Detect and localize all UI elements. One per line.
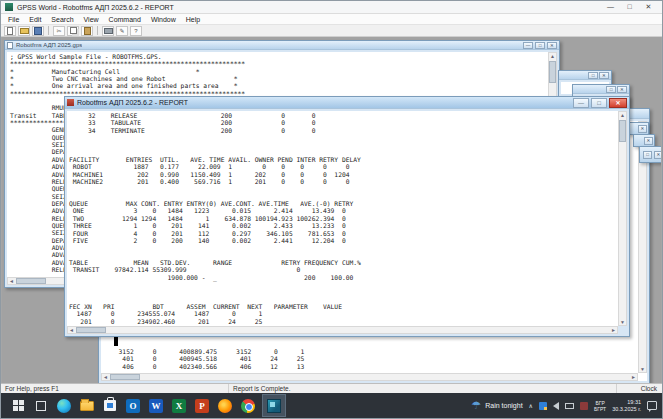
scroll-down-icon[interactable]: ▼ <box>640 366 645 372</box>
menu-window[interactable]: Window <box>146 16 181 23</box>
cascaded-window-corner[interactable]: □✕ <box>639 146 661 163</box>
taskbar: O W X P ☂ Rain tonight ∧ БГР БГРТ 19:31 <box>1 393 662 418</box>
child-maximize-button[interactable]: □ <box>643 151 652 159</box>
tray-volume-icon[interactable] <box>553 402 559 410</box>
gpss-world-taskbar-icon[interactable] <box>263 395 285 416</box>
report-window-titlebar[interactable]: Robotfms АДП 2025.6.2 - REPORT — □ ✕ <box>65 97 629 109</box>
tray-network-icon[interactable] <box>565 403 574 409</box>
status-bar: For Help, press F1 Report is Complete. C… <box>1 383 662 393</box>
gps-window-title: Robotfms АДП 2025.gps <box>16 42 82 48</box>
scroll-up-icon[interactable]: ▲ <box>620 112 625 118</box>
horizontal-scrollbar[interactable]: ◄ ► <box>101 373 638 381</box>
word-icon[interactable]: W <box>148 398 164 414</box>
edit-icon[interactable]: ✎ <box>116 26 128 36</box>
task-view-button[interactable] <box>33 398 49 414</box>
chrome-icon[interactable] <box>240 398 256 414</box>
weather-widget[interactable]: ☂ Rain tonight <box>471 400 522 411</box>
scroll-up-icon[interactable]: ▲ <box>550 53 555 59</box>
menu-command[interactable]: Command <box>104 16 146 23</box>
menu-help[interactable]: Help <box>181 16 205 23</box>
scroll-right-icon[interactable]: ► <box>611 327 616 333</box>
new-file-icon[interactable] <box>4 26 16 36</box>
menu-file[interactable]: File <box>3 16 24 23</box>
toolbar: ✂ ✎ ? <box>1 25 662 37</box>
child-minimize-button[interactable]: — <box>523 42 533 49</box>
child-close-button[interactable]: ✕ <box>644 137 653 145</box>
start-button[interactable] <box>10 398 26 414</box>
child-maximize-button[interactable]: □ <box>591 98 607 108</box>
child-close-button[interactable]: ✕ <box>547 42 557 49</box>
notification-icon[interactable] <box>647 401 657 410</box>
scroll-down-icon[interactable]: ▼ <box>620 319 625 325</box>
report-window-title: Robotfms АДП 2025.6.2 - REPORT <box>77 99 188 106</box>
cut-icon[interactable]: ✂ <box>53 26 65 36</box>
maximize-button[interactable]: □ <box>620 1 639 13</box>
firefox-icon[interactable] <box>217 398 233 414</box>
status-message: Report is Complete. <box>229 384 616 393</box>
scroll-left-icon[interactable]: ◄ <box>9 278 14 284</box>
gpss-world-app-icon <box>5 3 13 11</box>
scrollbar-thumb[interactable] <box>76 327 106 333</box>
background-report-text: 3152 0 400889.475 3152 0 1 401 0 400945.… <box>111 348 304 370</box>
excel-icon[interactable]: X <box>171 398 187 414</box>
child-maximize-button[interactable]: □ <box>606 86 616 93</box>
tray-security-icon[interactable] <box>580 402 588 410</box>
print-icon[interactable] <box>102 26 114 36</box>
help-icon[interactable]: ? <box>130 26 142 36</box>
report-text-area[interactable]: 32 RELEASE 200 0 0 33 TABULATE 200 0 0 3… <box>67 111 618 326</box>
child-close-button[interactable]: ✕ <box>654 151 661 159</box>
main-titlebar[interactable]: GPSS World - Robotfms АДП 2025.6.2 - REP… <box>1 1 662 14</box>
text-cursor <box>114 337 118 346</box>
gps-window-titlebar[interactable]: Robotfms АДП 2025.gps — □ ✕ <box>5 41 559 50</box>
menu-bar: File Edit Search View Command Window Hel… <box>1 14 662 25</box>
scroll-left-icon[interactable]: ◄ <box>69 327 74 333</box>
report-window: Robotfms АДП 2025.6.2 - REPORT — □ ✕ 32 … <box>64 96 630 337</box>
vertical-scrollbar[interactable]: ▲ ▼ <box>618 111 627 326</box>
cascaded-window-titlebar[interactable]: □ ✕ <box>559 71 611 80</box>
child-close-button[interactable]: ✕ <box>609 98 627 108</box>
cascaded-window-titlebar[interactable]: □ ✕ <box>573 85 629 94</box>
menu-edit[interactable]: Edit <box>24 16 46 23</box>
status-clock-label: Clock <box>616 384 662 393</box>
child-maximize-button[interactable]: □ <box>588 72 598 79</box>
scrollbar-thumb[interactable] <box>619 120 626 142</box>
status-help-text: For Help, press F1 <box>1 384 229 393</box>
scroll-left-icon[interactable]: ◄ <box>103 374 108 380</box>
report-document-icon <box>67 99 74 106</box>
child-close-button[interactable]: ✕ <box>617 86 627 93</box>
scrollbar-thumb[interactable] <box>549 61 556 83</box>
outlook-icon[interactable]: O <box>125 398 141 414</box>
toolbar-separator <box>48 26 49 35</box>
edge-icon[interactable] <box>56 398 72 414</box>
scrollbar-thumb[interactable] <box>110 374 140 380</box>
menu-search[interactable]: Search <box>46 16 78 23</box>
minimize-button[interactable]: — <box>601 1 620 13</box>
child-minimize-button[interactable]: — <box>573 98 589 108</box>
language-indicator[interactable]: БГР БГРТ <box>594 400 606 412</box>
child-maximize-button[interactable]: □ <box>535 42 545 49</box>
horizontal-scrollbar[interactable]: ◄ ► <box>67 326 618 334</box>
hidden-icons-chevron[interactable]: ∧ <box>529 402 533 409</box>
keyboard-layout: БГРТ <box>594 406 606 412</box>
child-close-button[interactable]: ✕ <box>638 125 647 133</box>
child-close-button[interactable]: ✕ <box>599 72 609 79</box>
save-icon[interactable] <box>32 26 44 36</box>
open-folder-icon[interactable] <box>18 26 30 36</box>
document-icon <box>7 42 13 49</box>
main-window-title: GPSS World - Robotfms АДП 2025.6.2 - REP… <box>17 4 174 11</box>
rain-umbrella-icon: ☂ <box>471 400 481 411</box>
close-button[interactable]: ✕ <box>639 1 658 13</box>
gpss-world-main-window: GPSS World - Robotfms АДП 2025.6.2 - REP… <box>0 0 663 419</box>
paste-icon[interactable] <box>81 26 93 36</box>
copy-icon[interactable] <box>67 26 79 36</box>
weather-label: Rain tonight <box>485 402 522 409</box>
menu-view[interactable]: View <box>79 16 104 23</box>
taskbar-clock[interactable]: 19:31 30.3.2025 г. <box>612 399 641 412</box>
scroll-right-icon[interactable]: ► <box>631 374 636 380</box>
scrollbar-thumb[interactable] <box>16 278 46 284</box>
file-explorer-icon[interactable] <box>79 398 95 414</box>
store-icon[interactable] <box>102 398 118 414</box>
powerpoint-icon[interactable]: P <box>194 398 210 414</box>
toolbar-separator <box>97 26 98 35</box>
tray-app-icon[interactable] <box>539 402 547 410</box>
